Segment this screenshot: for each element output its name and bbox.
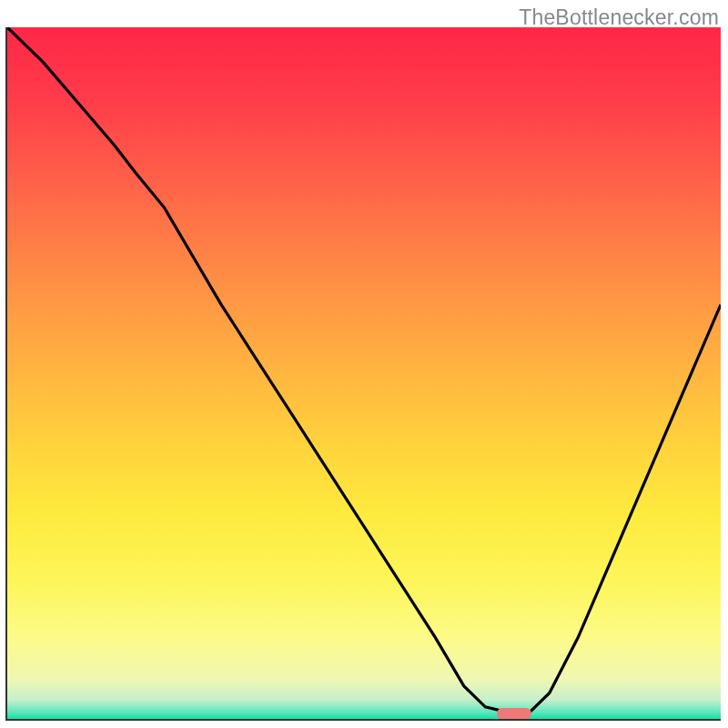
curve-path [7, 27, 721, 713]
attribution-text: TheBottlenecker.com [519, 5, 719, 30]
bottleneck-curve [7, 27, 721, 721]
optimal-marker [497, 708, 531, 719]
x-axis [5, 719, 721, 721]
y-axis [5, 27, 7, 721]
